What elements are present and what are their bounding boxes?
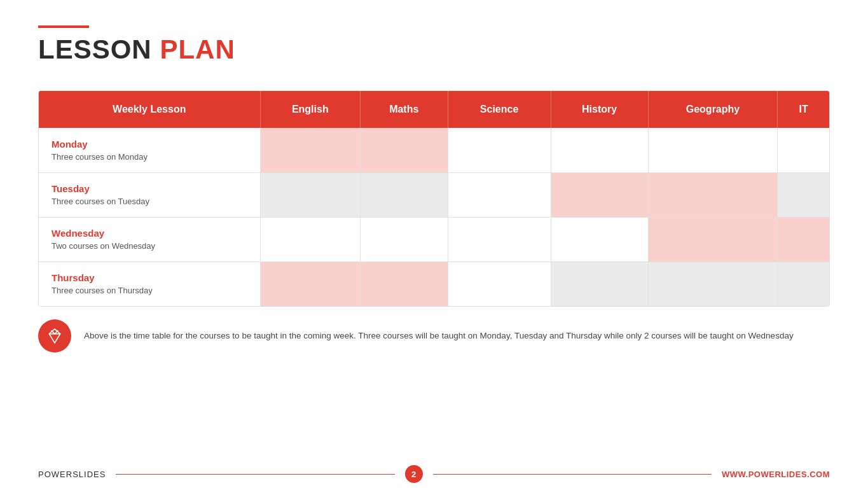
- day-label-cell: ThursdayThree courses on Thursday: [39, 261, 260, 306]
- subject-cell: [448, 261, 551, 306]
- brand-light: SLIDES: [72, 470, 106, 479]
- lesson-table: Weekly Lesson English Maths Science Hist…: [39, 91, 829, 306]
- subject-cell: [260, 261, 361, 306]
- col-maths: Maths: [361, 91, 448, 128]
- subject-cell: [778, 128, 829, 172]
- col-science: Science: [448, 91, 551, 128]
- footer-note: Above is the time table for the courses …: [38, 319, 830, 352]
- day-desc: Two courses on Wednesday: [52, 241, 247, 251]
- col-it: IT: [778, 91, 829, 128]
- table-row: ThursdayThree courses on Thursday: [39, 261, 829, 306]
- bottom-line-left: [116, 474, 394, 475]
- day-name: Tuesday: [52, 183, 247, 194]
- footer-text: Above is the time table for the courses …: [84, 329, 794, 343]
- day-label-cell: WednesdayTwo courses on Wednesday: [39, 217, 260, 261]
- col-history: History: [551, 91, 648, 128]
- subject-cell: [361, 217, 448, 261]
- diamond-icon: [38, 319, 71, 352]
- brand-dark: POWER: [38, 470, 72, 479]
- page-title: LESSON PLAN: [38, 34, 830, 65]
- subject-cell: [260, 172, 361, 217]
- page-number: 2: [405, 465, 423, 483]
- table-row: TuesdayThree courses on Tuesday: [39, 172, 829, 217]
- day-name: Thursday: [52, 272, 247, 283]
- svg-marker-0: [49, 329, 60, 343]
- col-weekly-lesson: Weekly Lesson: [39, 91, 260, 128]
- subject-cell: [778, 172, 829, 217]
- subject-cell: [778, 217, 829, 261]
- bottom-bar: POWERSLIDES 2 WWW.POWERLIDES.COM: [0, 460, 868, 488]
- subject-cell: [361, 172, 448, 217]
- day-label-cell: TuesdayThree courses on Tuesday: [39, 172, 260, 217]
- col-geography: Geography: [648, 91, 778, 128]
- subject-cell: [648, 172, 778, 217]
- day-desc: Three courses on Monday: [52, 152, 247, 162]
- subject-cell: [448, 128, 551, 172]
- subject-cell: [260, 128, 361, 172]
- subject-cell: [648, 128, 778, 172]
- table-header-row: Weekly Lesson English Maths Science Hist…: [39, 91, 829, 128]
- brand-name: POWERSLIDES: [38, 470, 106, 479]
- page-header: LESSON PLAN: [0, 0, 868, 78]
- website-url: WWW.POWERLIDES.COM: [722, 470, 830, 479]
- header-accent-line: [38, 25, 89, 28]
- subject-cell: [448, 217, 551, 261]
- subject-cell: [361, 261, 448, 306]
- subject-cell: [648, 217, 778, 261]
- subject-cell: [260, 217, 361, 261]
- day-desc: Three courses on Thursday: [52, 286, 247, 295]
- subject-cell: [778, 261, 829, 306]
- diamond-svg: [46, 328, 63, 344]
- day-label-cell: MondayThree courses on Monday: [39, 128, 260, 172]
- subject-cell: [551, 217, 648, 261]
- title-red: PLAN: [160, 34, 235, 64]
- table-row: MondayThree courses on Monday: [39, 128, 829, 172]
- title-dark: LESSON: [38, 34, 152, 64]
- subject-cell: [648, 261, 778, 306]
- col-english: English: [260, 91, 361, 128]
- day-name: Monday: [52, 139, 247, 150]
- bottom-line-right: [433, 474, 712, 475]
- subject-cell: [361, 128, 448, 172]
- day-name: Wednesday: [52, 228, 247, 239]
- lesson-table-container: Weekly Lesson English Maths Science Hist…: [38, 90, 830, 307]
- table-row: WednesdayTwo courses on Wednesday: [39, 217, 829, 261]
- subject-cell: [551, 261, 648, 306]
- subject-cell: [551, 172, 648, 217]
- subject-cell: [551, 128, 648, 172]
- day-desc: Three courses on Tuesday: [52, 197, 247, 206]
- subject-cell: [448, 172, 551, 217]
